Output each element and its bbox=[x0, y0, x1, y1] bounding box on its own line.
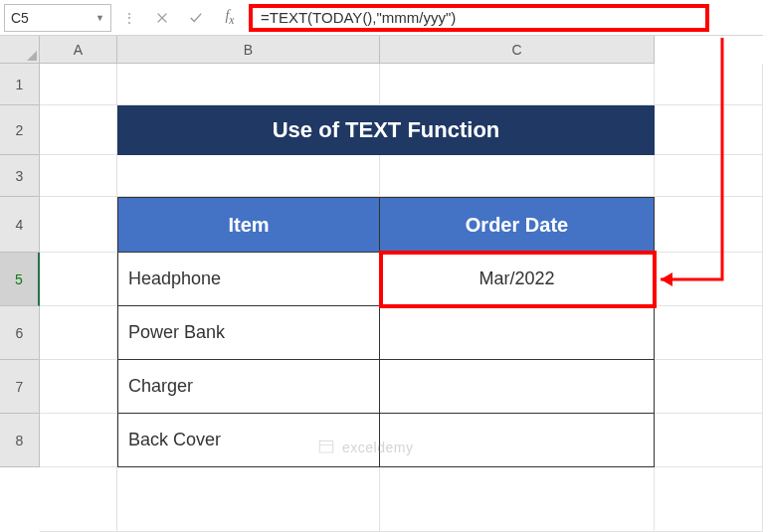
col-header-b[interactable]: B bbox=[117, 36, 380, 64]
fx-button[interactable]: fx bbox=[215, 4, 245, 32]
title-banner: Use of TEXT Function bbox=[117, 105, 655, 155]
formula-input[interactable]: =TEXT(TODAY(),"mmm/yyy") bbox=[249, 4, 709, 32]
row-header-5[interactable]: 5 bbox=[0, 253, 40, 306]
row-header-6[interactable]: 6 bbox=[0, 306, 40, 360]
table-row[interactable] bbox=[379, 414, 655, 467]
formula-text: =TEXT(TODAY(),"mmm/yyy") bbox=[261, 9, 456, 26]
divider: ⋮ bbox=[115, 10, 143, 26]
watermark-icon bbox=[316, 438, 336, 457]
col-header-a[interactable]: A bbox=[40, 36, 117, 64]
name-box-value: C5 bbox=[11, 10, 29, 26]
cancel-formula-button[interactable] bbox=[147, 4, 177, 32]
table-header-order-date[interactable]: Order Date bbox=[379, 197, 655, 253]
row-header-7[interactable]: 7 bbox=[0, 360, 40, 414]
grid[interactable]: Use of TEXT Function Item Order Date Hea… bbox=[40, 64, 763, 532]
watermark: exceldemy bbox=[316, 438, 413, 457]
name-box[interactable]: C5 ▼ bbox=[4, 4, 111, 32]
fx-icon: fx bbox=[225, 8, 234, 27]
col-header-c[interactable]: C bbox=[380, 36, 655, 64]
chevron-down-icon: ▼ bbox=[95, 13, 104, 23]
sheet-area: A B C 1 2 3 4 5 6 7 8 bbox=[0, 36, 763, 532]
column-headers: A B C bbox=[40, 36, 655, 64]
x-icon bbox=[155, 11, 169, 25]
table-row[interactable]: Mar/2022 bbox=[379, 253, 655, 306]
row-header-1[interactable]: 1 bbox=[0, 64, 40, 105]
table-row[interactable]: Charger bbox=[117, 360, 380, 414]
table-row[interactable]: Headphone bbox=[117, 253, 380, 306]
table-row[interactable] bbox=[379, 306, 655, 360]
row-header-8[interactable]: 8 bbox=[0, 414, 40, 467]
row-headers: 1 2 3 4 5 6 7 8 bbox=[0, 64, 40, 467]
table-row[interactable] bbox=[379, 360, 655, 414]
table-header-item[interactable]: Item bbox=[117, 197, 380, 253]
check-icon bbox=[189, 11, 203, 25]
enter-formula-button[interactable] bbox=[181, 4, 211, 32]
row-header-3[interactable]: 3 bbox=[0, 155, 40, 197]
watermark-text: exceldemy bbox=[342, 440, 413, 455]
formula-bar: C5 ▼ ⋮ fx =TEXT(TODAY(),"mmm/yyy") bbox=[0, 0, 763, 36]
select-all-corner[interactable] bbox=[0, 36, 40, 64]
table-row[interactable]: Power Bank bbox=[117, 306, 380, 360]
row-header-4[interactable]: 4 bbox=[0, 197, 40, 253]
row-header-2[interactable]: 2 bbox=[0, 105, 40, 155]
